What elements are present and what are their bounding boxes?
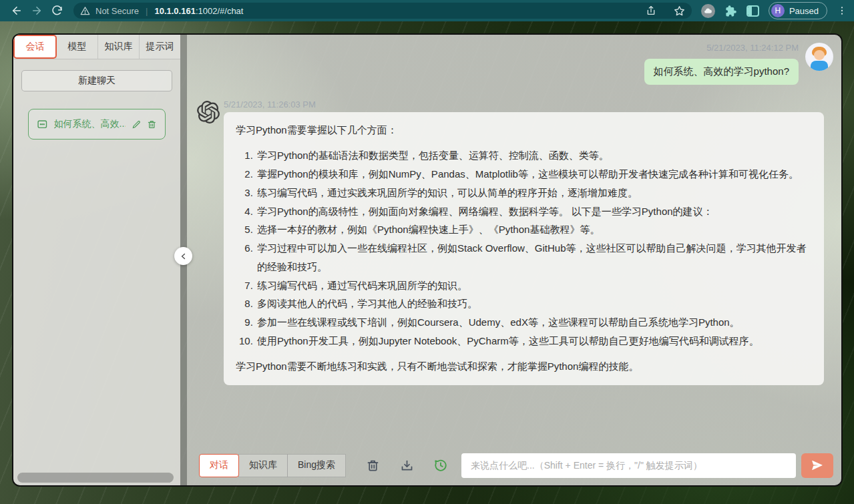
- openai-logo-icon: [197, 101, 220, 126]
- mode-bing-search[interactable]: Bing搜索: [287, 454, 346, 477]
- send-button[interactable]: [801, 453, 833, 478]
- list-item: 选择一本好的教材，例如《Python编程快速上手》、《Python基础教程》等。: [256, 220, 812, 239]
- list-item: 参加一些在线课程或线下培训，例如Coursera、Udemy、edX等，这些课程…: [256, 313, 812, 332]
- chat-main-area: 5/21/2023, 11:24:12 PM 如何系统、高效的学习python?…: [187, 35, 841, 485]
- mode-knowledge-base[interactable]: 知识库: [238, 454, 288, 477]
- composer-bar: 对话 知识库 Bing搜索: [187, 445, 841, 485]
- list-item: 使用Python开发工具，例如Jupyter Notebook、PyCharm等…: [256, 332, 812, 350]
- list-item: 练习编写代码，通过实践来巩固所学的知识，可以从简单的程序开始，逐渐增加难度。: [256, 184, 812, 202]
- delete-chat-icon[interactable]: [147, 119, 157, 130]
- browser-toolbar: Not Secure | 10.1.0.161:1002/#/chat H Pa…: [0, 0, 854, 21]
- edit-icon[interactable]: [132, 119, 142, 130]
- user-message-timestamp: 5/21/2023, 11:24:12 PM: [706, 43, 799, 53]
- export-download-icon[interactable]: [399, 458, 414, 473]
- user-message-bubble: 如何系统、高效的学习python?: [644, 59, 799, 85]
- user-message: 5/21/2023, 11:24:12 PM 如何系统、高效的学习python?: [197, 43, 833, 85]
- message-input[interactable]: [461, 453, 796, 478]
- side-panel-icon[interactable]: [746, 5, 759, 17]
- share-icon[interactable]: [646, 5, 656, 16]
- send-plane-icon: [811, 459, 824, 472]
- chat-bubble-icon: [37, 119, 48, 130]
- list-item: 学习Python的基础语法和数据类型，包括变量、运算符、控制流、函数、类等。: [256, 146, 812, 165]
- assistant-message-bubble: 学习Python需要掌握以下几个方面： 学习Python的基础语法和数据类型，包…: [224, 112, 824, 385]
- list-item: 学习Python的高级特性，例如面向对象编程、网络编程、数据科学等。 以下是一些…: [256, 202, 812, 221]
- forward-icon[interactable]: [27, 2, 47, 19]
- address-bar[interactable]: Not Secure | 10.1.0.161:1002/#/chat: [73, 3, 692, 19]
- message-list: 5/21/2023, 11:24:12 PM 如何系统、高效的学习python?…: [187, 35, 841, 445]
- assistant-outro: 学习Python需要不断地练习和实践，只有不断地尝试和探索，才能掌握Python…: [236, 358, 812, 374]
- tab-prompts[interactable]: 提示词: [140, 35, 180, 59]
- profile-status-label: Paused: [789, 6, 819, 16]
- address-separator: |: [146, 6, 148, 16]
- assistant-message-timestamp: 5/21/2023, 11:26:03 PM: [224, 99, 824, 109]
- list-item: 掌握Python的模块和库，例如NumPy、Pandas、Matplotlib等…: [256, 165, 812, 184]
- reload-icon[interactable]: [47, 2, 67, 19]
- chat-app-window: 会话 模型 知识库 提示词 新建聊天 如何系统、高效... 5/21/2023,…: [12, 33, 843, 487]
- list-item: 学习过程中可以加入一些在线编程社区，例如Stack Overflow、GitHu…: [256, 239, 812, 276]
- tab-conversations[interactable]: 会话: [13, 35, 57, 59]
- back-icon[interactable]: [7, 2, 27, 19]
- sidebar: 会话 模型 知识库 提示词 新建聊天 如何系统、高效...: [13, 35, 180, 485]
- extensions-puzzle-icon[interactable]: [724, 5, 737, 17]
- assistant-list: 学习Python的基础语法和数据类型，包括变量、运算符、控制流、函数、类等。 掌…: [236, 146, 812, 350]
- new-chat-button[interactable]: 新建聊天: [21, 70, 172, 91]
- sidebar-divider[interactable]: [180, 35, 187, 485]
- list-item: 多阅读其他人的代码，学习其他人的经验和技巧。: [256, 294, 812, 313]
- tab-models[interactable]: 模型: [57, 35, 98, 59]
- collapse-sidebar-button[interactable]: [174, 247, 192, 265]
- sidebar-tabs: 会话 模型 知识库 提示词: [13, 35, 180, 59]
- list-item: 练习编写代码，通过写代码来巩固所学的知识。: [256, 276, 812, 295]
- browser-profile-button[interactable]: H Paused: [769, 2, 827, 19]
- history-clock-icon[interactable]: [433, 458, 448, 473]
- chat-list-item[interactable]: 如何系统、高效...: [28, 109, 166, 140]
- profile-avatar: H: [771, 4, 785, 17]
- user-avatar: [805, 43, 833, 71]
- security-label: Not Secure: [95, 6, 139, 16]
- ssl-warning-icon: [80, 6, 90, 16]
- cloud-extension-icon[interactable]: [701, 4, 715, 18]
- mode-switch-group: 对话 知识库 Bing搜索: [199, 454, 346, 477]
- chat-title: 如何系统、高效...: [54, 118, 126, 130]
- assistant-message: 5/21/2023, 11:26:03 PM 学习Python需要掌握以下几个方…: [197, 99, 833, 385]
- mode-chat[interactable]: 对话: [199, 454, 239, 477]
- tab-knowledge-base[interactable]: 知识库: [98, 35, 140, 59]
- clear-chat-trash-icon[interactable]: [365, 458, 380, 473]
- assistant-intro: 学习Python需要掌握以下几个方面：: [236, 122, 812, 138]
- chevron-left-icon: [180, 252, 188, 260]
- page-url: 10.1.0.161:1002/#/chat: [154, 6, 243, 16]
- bookmark-star-icon[interactable]: [674, 5, 685, 17]
- more-menu-icon[interactable]: [837, 5, 847, 16]
- sidebar-horizontal-scrollbar[interactable]: [17, 473, 174, 483]
